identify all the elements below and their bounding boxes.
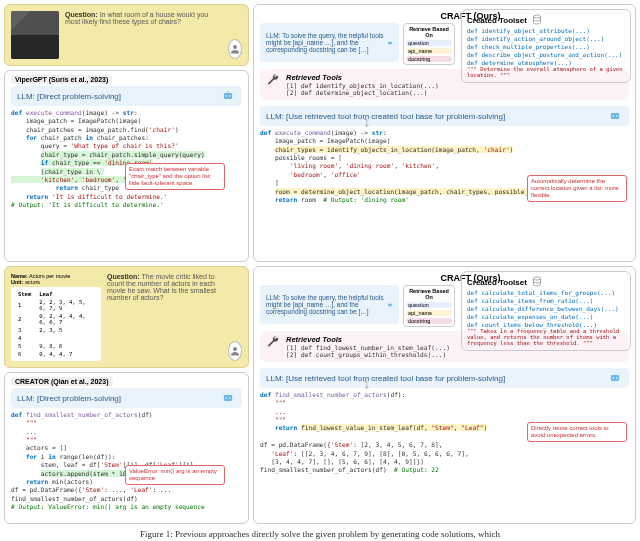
question-text-top: Question: In what room of a house would …	[65, 11, 222, 25]
retrieved-tool-item: [1] def find_lowest_number_in_stem_leaf(…	[286, 344, 450, 351]
question-text-bottom: Question: The movie critic liked to coun…	[107, 273, 222, 301]
retrieve-based-on-top: Retrieve Based On question api_name docs…	[403, 23, 455, 65]
svg-point-12	[233, 347, 237, 351]
robot-icon	[387, 36, 393, 50]
figure-caption: Figure 1: Previous approaches directly s…	[0, 529, 640, 539]
robot-icon	[607, 109, 623, 123]
svg-rect-20	[611, 375, 619, 381]
svg-point-8	[390, 42, 391, 43]
creator-annotation: ValueError: min() arg is an empty sequen…	[125, 465, 225, 485]
retrieved-tool-item: [2] def count_groups_within_thresholds(.…	[286, 351, 450, 358]
svg-rect-9	[611, 113, 619, 119]
svg-point-21	[612, 377, 614, 379]
creator-code: def find_smallest_number_of_actors(df) "…	[11, 411, 242, 511]
svg-point-10	[612, 115, 614, 117]
wrench-icon	[266, 73, 280, 87]
question-box-bottom: Name: Actors per movie Unit: actors Stem…	[4, 266, 249, 368]
user-icon	[228, 341, 242, 361]
svg-point-7	[389, 42, 390, 43]
creator-llm-header: LLM: [Direct problem-solving]	[11, 388, 242, 408]
craft-llm1-header-top: LLM: To solve the query, the helpful too…	[260, 23, 399, 62]
stem-leaf-table: StemLeaf 12, 2, 3, 4, 5, 6, 7, 9 20, 2, …	[11, 287, 101, 361]
wrench-icon	[266, 335, 280, 349]
database-icon	[531, 14, 543, 26]
svg-point-11	[616, 115, 618, 117]
craft-annotation-bottom: Directly reuse correct tools to avoid un…	[527, 422, 627, 442]
svg-point-14	[225, 397, 227, 399]
svg-point-19	[390, 304, 391, 305]
retrieve-based-on-bottom: Retrieve Based On question api_name docs…	[403, 285, 455, 327]
retrieved-tool-item: [2] def determine_object_location(...)	[286, 89, 439, 96]
database-icon	[531, 276, 543, 288]
craft-annotation-top: Automatically determine the correct loca…	[527, 175, 627, 202]
created-toolset-top: Created Toolset def identify_object_attr…	[461, 9, 631, 83]
vipergpt-panel: ViperGPT (Surís et al., 2023) LLM: [Dire…	[4, 70, 249, 262]
svg-rect-1	[224, 93, 232, 99]
svg-point-22	[616, 377, 618, 379]
retrieved-tool-item: [1] def identify_objects_in_location(...…	[286, 82, 439, 89]
craft-llm1-header-bottom: LLM: To solve the query, the helpful too…	[260, 285, 399, 324]
svg-point-3	[229, 95, 231, 97]
svg-rect-17	[388, 303, 392, 306]
robot-icon	[387, 298, 393, 312]
vipergpt-code: def execute_command(image) -> str: image…	[11, 109, 242, 209]
vipergpt-citation: ViperGPT (Surís et al., 2023)	[11, 75, 112, 84]
svg-point-18	[389, 304, 390, 305]
craft-llm2-header-bottom: LLM: [Use retrieved tool from created to…	[260, 368, 629, 388]
vipergpt-annotation: Exact match between variable "chair_type…	[125, 163, 225, 190]
creator-citation: CREATOR (Qian et al., 2023)	[11, 377, 113, 386]
robot-icon	[220, 391, 236, 405]
user-icon	[228, 39, 242, 59]
craft-panel-bottom: CRAFT (Ours) Created Toolset def calcula…	[253, 266, 636, 524]
svg-rect-6	[388, 41, 392, 44]
robot-icon	[220, 89, 236, 103]
craft-llm2-header-top: LLM: [Use retrieved tool from created to…	[260, 106, 629, 126]
table-meta: Name: Actors per movie Unit: actors	[11, 273, 101, 285]
vipergpt-llm-header: LLM: [Direct problem-solving]	[11, 86, 242, 106]
created-toolset-bottom: Created Toolset def calculate_total_item…	[461, 271, 631, 351]
svg-point-2	[225, 95, 227, 97]
svg-rect-13	[224, 395, 232, 401]
svg-point-5	[533, 15, 540, 18]
svg-point-0	[233, 45, 237, 49]
craft-panel-top: CRAFT (Ours) Created Toolset def identif…	[253, 4, 636, 262]
svg-point-15	[229, 397, 231, 399]
creator-panel: CREATOR (Qian et al., 2023) LLM: [Direct…	[4, 372, 249, 524]
svg-point-16	[533, 277, 540, 280]
robot-icon	[607, 371, 623, 385]
question-box-top: Question: In what room of a house would …	[4, 4, 249, 66]
question-image-chairs	[11, 11, 59, 59]
